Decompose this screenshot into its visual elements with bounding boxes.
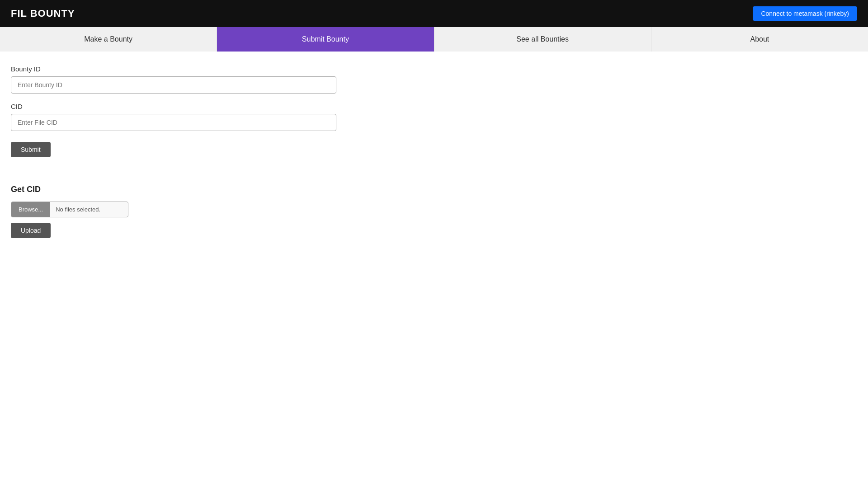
bounty-id-group: Bounty ID (11, 65, 351, 94)
tab-navigation: Make a Bounty Submit Bounty See all Boun… (0, 27, 868, 52)
file-name-display: No files selected. (50, 206, 128, 213)
app-title: FIL BOUNTY (11, 8, 75, 19)
navbar: FIL BOUNTY Connect to metamask (rinkeby) (0, 0, 868, 27)
cid-label: CID (11, 103, 351, 110)
get-cid-title: Get CID (11, 185, 351, 194)
section-divider (11, 171, 351, 171)
cid-group: CID (11, 103, 351, 131)
connect-metamask-button[interactable]: Connect to metamask (rinkeby) (753, 6, 857, 21)
submit-button[interactable]: Submit (11, 142, 51, 157)
cid-input[interactable] (11, 114, 336, 131)
file-input-wrapper: Browse... No files selected. (11, 202, 128, 217)
bounty-id-input[interactable] (11, 76, 336, 94)
tab-about[interactable]: About (651, 27, 868, 52)
browse-button[interactable]: Browse... (11, 202, 50, 217)
tab-make-bounty[interactable]: Make a Bounty (0, 27, 217, 52)
tab-see-all-bounties[interactable]: See all Bounties (434, 27, 651, 52)
bounty-id-label: Bounty ID (11, 65, 351, 73)
tab-submit-bounty[interactable]: Submit Bounty (217, 27, 434, 52)
upload-button[interactable]: Upload (11, 223, 51, 238)
main-content: Bounty ID CID Submit Get CID Browse... N… (0, 52, 362, 252)
